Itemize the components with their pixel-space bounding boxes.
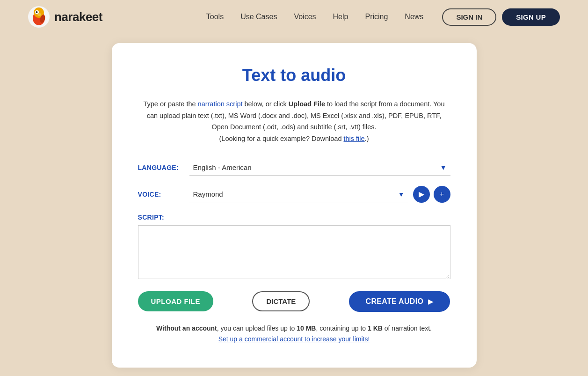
- dictate-button[interactable]: DICTATE: [252, 291, 310, 311]
- text-to-audio-card: Text to audio Type or paste the narratio…: [112, 43, 477, 368]
- upload-file-button[interactable]: UPLOAD FILE: [138, 291, 214, 311]
- desc-quick: (Looking for a quick example? Download: [219, 135, 344, 142]
- logo-text: narakeet: [54, 10, 102, 24]
- footer-text2: , you can upload files up to: [217, 324, 297, 332]
- footer-1kb: 1 KB: [368, 324, 383, 332]
- nav-news[interactable]: News: [405, 13, 423, 21]
- this-file-link[interactable]: this file: [343, 135, 364, 142]
- script-textarea[interactable]: [138, 225, 450, 279]
- description: Type or paste the narration script below…: [138, 98, 450, 145]
- create-audio-label: CREATE AUDIO: [366, 297, 424, 306]
- header-buttons: SIGN IN SIGN UP: [442, 8, 560, 26]
- commercial-account-link[interactable]: Set up a commercial account to increase …: [218, 335, 370, 343]
- footer-10mb: 10 MB: [297, 324, 316, 332]
- add-voice-button[interactable]: +: [434, 186, 450, 203]
- language-select-wrapper: English - American English - British Spa…: [189, 160, 450, 176]
- card-title: Text to audio: [138, 66, 450, 85]
- main-content: Text to audio Type or paste the narratio…: [0, 34, 588, 376]
- narration-script-link[interactable]: narration script: [198, 100, 243, 108]
- plus-icon: +: [440, 190, 444, 199]
- create-audio-play-icon: ▶: [428, 298, 433, 305]
- header: narakeet Tools Use Cases Voices Help Pri…: [0, 0, 588, 34]
- nav-use-cases[interactable]: Use Cases: [240, 13, 277, 21]
- voice-select[interactable]: Raymond Joanna Matthew Ivy: [189, 186, 408, 202]
- footer-text3: , containing up to: [316, 324, 368, 332]
- upload-file-bold: Upload File: [289, 100, 325, 108]
- nav-help[interactable]: Help: [333, 13, 348, 21]
- voice-select-wrapper: Raymond Joanna Matthew Ivy ▼: [189, 186, 408, 202]
- desc-text1: Type or paste the: [144, 100, 198, 108]
- footer-without-account: Without an account: [156, 324, 217, 332]
- desc-end: .): [365, 135, 369, 142]
- footer-note: Without an account, you can upload files…: [138, 323, 450, 346]
- signin-button[interactable]: SIGN IN: [442, 8, 496, 26]
- script-label-row: SCRIPT:: [138, 213, 450, 221]
- nav-voices[interactable]: Voices: [294, 13, 316, 21]
- play-voice-button[interactable]: ▶: [413, 186, 430, 203]
- desc-text2: below, or click: [242, 100, 288, 108]
- voice-row: VOICE: Raymond Joanna Matthew Ivy ▼ ▶ +: [138, 186, 450, 203]
- voice-controls: ▶ +: [413, 186, 450, 203]
- nav-pricing[interactable]: Pricing: [365, 13, 388, 21]
- language-select[interactable]: English - American English - British Spa…: [189, 160, 450, 176]
- play-icon: ▶: [419, 190, 424, 199]
- create-audio-button[interactable]: CREATE AUDIO ▶: [349, 291, 450, 312]
- language-row: LANGUAGE: English - American English - B…: [138, 160, 450, 176]
- script-label: SCRIPT:: [138, 214, 165, 221]
- svg-point-5: [37, 13, 41, 16]
- nav-tools[interactable]: Tools: [206, 13, 224, 21]
- action-buttons: UPLOAD FILE DICTATE CREATE AUDIO ▶: [138, 291, 450, 312]
- logo[interactable]: narakeet: [28, 6, 102, 28]
- svg-point-4: [36, 11, 38, 13]
- signup-button[interactable]: SIGN UP: [502, 8, 560, 26]
- voice-label: VOICE:: [138, 191, 189, 198]
- logo-icon: [28, 6, 50, 28]
- footer-text4: of narration text.: [383, 324, 432, 332]
- language-label: LANGUAGE:: [138, 164, 189, 171]
- main-nav: Tools Use Cases Voices Help Pricing News: [206, 13, 424, 21]
